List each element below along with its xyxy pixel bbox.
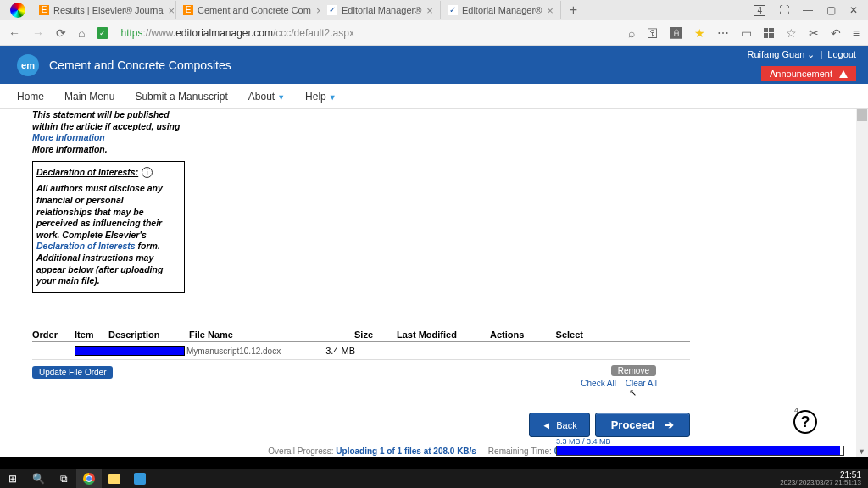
nav-buttons: ◄Back Proceed➔ — [529, 413, 690, 437]
tab-label: Editorial Manager® — [462, 5, 542, 15]
search-icon[interactable]: ⌕ — [628, 26, 635, 40]
chevron-down-icon: ▼ — [329, 93, 337, 102]
window-controls: 4 ⛶ — ▢ ✕ — [754, 4, 865, 16]
arrow-left-icon: ◄ — [542, 420, 551, 430]
favicon-em: ✓ — [327, 5, 337, 15]
row-upload-progress — [75, 346, 185, 356]
file-name: Mymanuscript10.12.docx — [186, 347, 281, 356]
announcement-button[interactable]: Announcement — [761, 66, 856, 81]
start-button[interactable]: ⊞ — [0, 469, 25, 488]
declaration-form-link[interactable]: Declaration of Interests — [36, 241, 136, 251]
task-view-button[interactable]: ⧉ — [51, 469, 76, 488]
update-file-order-button[interactable]: Update File Order — [32, 366, 113, 379]
taskbar-browser[interactable] — [76, 469, 102, 488]
col-select: Select — [541, 330, 583, 340]
menu-home[interactable]: Home — [17, 91, 44, 103]
content-area: ▼ This statement will be published withi… — [0, 109, 868, 458]
search-button[interactable]: 🔍 — [25, 469, 51, 488]
minimize-icon[interactable]: — — [803, 4, 813, 16]
cursor-icon: ↖ — [629, 387, 637, 398]
bookmark-star-icon[interactable]: ★ — [694, 26, 705, 40]
em-logo-icon: em — [17, 54, 39, 76]
declaration-title: Declaration of Interests: — [36, 167, 138, 177]
chevron-down-icon: ⌄ — [807, 49, 815, 59]
more-information-link[interactable]: More Information — [32, 132, 185, 144]
url-input[interactable]: https://www.editorialmanager.com/ccc/def… — [120, 27, 615, 39]
favicon-e: E — [183, 5, 193, 15]
scissors-icon[interactable]: ✂ — [809, 26, 819, 40]
maximize-icon[interactable]: ▢ — [826, 4, 836, 16]
tab-close-icon[interactable]: × — [169, 4, 175, 17]
tab-close-icon[interactable]: × — [426, 4, 433, 17]
menu-icon[interactable]: ≡ — [853, 26, 860, 40]
browser-app-icon — [10, 3, 25, 18]
new-tab-button[interactable]: + — [561, 3, 586, 18]
tab-count-badge[interactable]: 4 — [754, 5, 765, 16]
col-item: Item — [75, 330, 108, 340]
tab-close-icon[interactable]: × — [547, 4, 554, 17]
menu-help[interactable]: Help▼ — [305, 91, 337, 103]
taskbar-explorer[interactable] — [102, 469, 127, 488]
col-actions: Actions — [490, 330, 541, 340]
scroll-down-icon[interactable]: ▼ — [858, 447, 865, 456]
tab-label: Results | Elsevier® Journa — [53, 5, 164, 15]
home-icon[interactable]: ⌂ — [78, 26, 85, 40]
nav-forward-icon: → — [32, 26, 44, 40]
declaration-box: Declaration of Interests:i All authors m… — [32, 161, 185, 293]
col-desc: Description — [108, 330, 189, 340]
overall-progress-bar — [556, 446, 844, 456]
col-order: Order — [32, 330, 75, 340]
browser-titlebar: EResults | Elsevier® Journa× ECement and… — [0, 0, 868, 20]
arrow-right-icon: ➔ — [665, 419, 674, 431]
check-all-link[interactable]: Check All — [581, 379, 616, 388]
file-size: 3.4 MB — [326, 346, 368, 356]
table-row: Mymanuscript10.12.docx 3.4 MB — [32, 342, 690, 360]
col-file: File Name — [189, 330, 354, 340]
menu-submit[interactable]: Submit a Manuscript — [135, 91, 227, 103]
sidebar-icon[interactable]: ▭ — [741, 26, 752, 40]
system-clock[interactable]: 21:51 2023/ 2023/03/27 21:51:13 — [780, 470, 868, 487]
key-icon[interactable]: ⚿ — [647, 26, 659, 40]
help-floating-button[interactable]: ? — [793, 410, 817, 434]
shop-icon[interactable]: ⛶ — [779, 4, 789, 16]
favorites-icon[interactable]: ☆ — [786, 26, 797, 40]
favicon-em: ✓ — [448, 5, 458, 15]
logout-link[interactable]: Logout — [827, 49, 856, 59]
close-icon[interactable]: ✕ — [849, 4, 858, 16]
main-menu: Home Main Menu Submit a Manuscript About… — [0, 84, 868, 109]
undo-icon[interactable]: ↶ — [831, 26, 841, 40]
col-size: Size — [354, 330, 397, 340]
more-icon[interactable]: ⋯ — [717, 26, 729, 40]
menu-about[interactable]: About▼ — [248, 91, 285, 103]
browser-tab[interactable]: EResults | Elsevier® Journa× — [32, 1, 176, 19]
footer-strip — [0, 458, 868, 469]
site-title: Cement and Concrete Composites — [49, 58, 231, 72]
browser-tab[interactable]: ECement and Concrete Com× — [176, 1, 320, 19]
taskbar-app[interactable] — [127, 469, 153, 488]
upload-status-bar: Overall Progress: Uploading 1 of 1 files… — [0, 445, 856, 458]
selection-links: Check All Clear All — [577, 379, 660, 388]
menu-main[interactable]: Main Menu — [64, 91, 114, 103]
favicon-e: E — [39, 5, 49, 15]
user-menu[interactable]: Ruifang Guan ⌄|Logout — [748, 49, 856, 60]
vertical-scrollbar[interactable]: ▼ — [856, 109, 868, 458]
tab-label: Editorial Manager® — [342, 5, 421, 15]
back-button[interactable]: ◄Back — [529, 413, 589, 437]
file-table: Order Item Description File Name Size La… — [32, 330, 690, 360]
warning-icon — [839, 70, 848, 78]
instructions-panel: This statement will be published within … — [32, 109, 185, 293]
nav-back-icon[interactable]: ← — [8, 26, 20, 40]
reload-icon[interactable]: ⟳ — [56, 26, 66, 40]
info-icon[interactable]: i — [142, 167, 153, 178]
remove-button[interactable]: Remove — [611, 365, 656, 376]
security-shield-icon[interactable]: ✓ — [97, 27, 108, 39]
translate-icon[interactable]: 🅰 — [670, 26, 682, 40]
browser-tab[interactable]: ✓Editorial Manager®× — [441, 1, 561, 19]
proceed-button[interactable]: Proceed➔ — [595, 413, 690, 437]
browser-tab[interactable]: ✓Editorial Manager®× — [320, 1, 441, 19]
tab-label: Cement and Concrete Com — [198, 5, 311, 15]
windows-taskbar: ⊞ 🔍 ⧉ 21:51 2023/ 2023/03/27 21:51:13 — [0, 469, 868, 488]
scroll-thumb[interactable] — [857, 109, 867, 121]
url-bar: ← → ⟳ ⌂ ✓ https://www.editorialmanager.c… — [0, 20, 868, 46]
apps-grid-icon[interactable] — [764, 28, 774, 38]
